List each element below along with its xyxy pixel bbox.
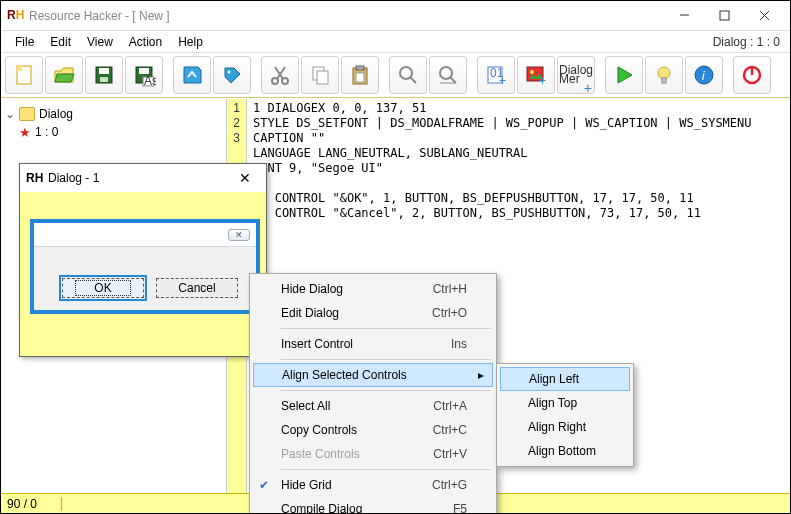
- menubar-status: Dialog : 1 : 0: [713, 35, 784, 49]
- titlebar: RH Resource Hacker - [ New ]: [1, 1, 790, 31]
- ctx-align-selected[interactable]: Align Selected Controls▸: [253, 363, 493, 387]
- svg-rect-7: [100, 77, 108, 82]
- svg-line-21: [410, 77, 416, 83]
- svg-rect-6: [99, 68, 109, 74]
- check-icon: ✔: [259, 478, 269, 492]
- tree-item[interactable]: ★ 1 : 0: [5, 123, 222, 141]
- svg-rect-16: [317, 71, 328, 84]
- replace-button[interactable]: [173, 56, 211, 94]
- menubar: File Edit View Action Help Dialog : 1 : …: [1, 31, 790, 53]
- tree-item-label: 1 : 0: [35, 125, 58, 139]
- svg-text:+: +: [539, 74, 546, 87]
- svg-rect-18: [356, 66, 364, 70]
- preview-dialog[interactable]: ✕ OK Cancel: [30, 219, 260, 314]
- dialog-preview-title: Dialog - 1: [48, 171, 230, 185]
- info-button[interactable]: i: [685, 56, 723, 94]
- preview-ok-button[interactable]: OK: [62, 278, 144, 298]
- svg-text:As: As: [144, 74, 156, 87]
- ctx-select-all[interactable]: Select AllCtrl+A: [253, 394, 493, 418]
- window-title: Resource Hacker - [ New ]: [29, 9, 664, 23]
- tree-node-dialog[interactable]: ⌄ Dialog: [5, 105, 222, 123]
- dialog-preview-window[interactable]: RH Dialog - 1 ✕ ✕ OK Cancel: [19, 163, 267, 357]
- add-binary-button[interactable]: 01+: [477, 56, 515, 94]
- dialog-preview-close-icon[interactable]: ✕: [230, 170, 260, 186]
- minimize-button[interactable]: [664, 2, 704, 30]
- bulb-button[interactable]: [645, 56, 683, 94]
- main-window: RH Resource Hacker - [ New ] File Edit V…: [0, 0, 791, 514]
- submenu-align-top[interactable]: Align Top: [500, 391, 630, 415]
- tree-root-label: Dialog: [39, 107, 73, 121]
- svg-point-31: [658, 67, 670, 79]
- power-button[interactable]: [733, 56, 771, 94]
- svg-rect-19: [356, 73, 364, 82]
- menu-view[interactable]: View: [79, 33, 121, 51]
- save-as-button[interactable]: As: [125, 56, 163, 94]
- context-menu: Hide DialogCtrl+H Edit DialogCtrl+O Inse…: [249, 273, 497, 514]
- find-button[interactable]: [389, 56, 427, 94]
- menu-action[interactable]: Action: [121, 33, 170, 51]
- line-number: 3: [227, 131, 246, 146]
- svg-text:+: +: [499, 74, 506, 87]
- ctx-copy-controls[interactable]: Copy ControlsCtrl+C: [253, 418, 493, 442]
- svg-line-23: [450, 77, 456, 83]
- app-logo-icon: RH: [26, 171, 42, 185]
- line-number: 2: [227, 116, 246, 131]
- svg-point-12: [228, 71, 231, 74]
- ctx-compile-dialog[interactable]: Compile DialogF5: [253, 497, 493, 514]
- submenu-align-right[interactable]: Align Right: [500, 415, 630, 439]
- svg-point-29: [530, 70, 534, 74]
- star-icon: ★: [19, 126, 31, 139]
- run-button[interactable]: [605, 56, 643, 94]
- app-logo-icon: RH: [7, 8, 23, 24]
- ctx-paste-controls: Paste ControlsCtrl+V: [253, 442, 493, 466]
- close-button[interactable]: [744, 2, 784, 30]
- ctx-hide-dialog[interactable]: Hide DialogCtrl+H: [253, 277, 493, 301]
- paste-button[interactable]: [341, 56, 379, 94]
- tag-button[interactable]: [213, 56, 251, 94]
- preview-cancel-button[interactable]: Cancel: [156, 278, 238, 298]
- menu-edit[interactable]: Edit: [42, 33, 79, 51]
- open-button[interactable]: [45, 56, 83, 94]
- align-submenu: Align Left Align Top Align Right Align B…: [496, 363, 634, 467]
- maximize-button[interactable]: [704, 2, 744, 30]
- svg-point-14: [282, 78, 288, 84]
- search-button[interactable]: [429, 56, 467, 94]
- ctx-hide-grid[interactable]: ✔Hide GridCtrl+G: [253, 473, 493, 497]
- submenu-align-left[interactable]: Align Left: [500, 367, 630, 391]
- svg-rect-32: [662, 78, 666, 83]
- ctx-insert-control[interactable]: Insert ControlIns: [253, 332, 493, 356]
- new-button[interactable]: [5, 56, 43, 94]
- menu-file[interactable]: File: [7, 33, 42, 51]
- submenu-align-bottom[interactable]: Align Bottom: [500, 439, 630, 463]
- folder-icon: [19, 107, 35, 121]
- tree-twisty-icon[interactable]: ⌄: [5, 107, 15, 121]
- line-number: 1: [227, 101, 246, 116]
- toolbar: As 01+ + DialogMer+ i: [1, 53, 790, 98]
- submenu-arrow-icon: ▸: [478, 368, 484, 382]
- dialog-menu-button[interactable]: DialogMer+: [557, 56, 595, 94]
- cut-button[interactable]: [261, 56, 299, 94]
- svg-text:i: i: [702, 69, 705, 83]
- save-button[interactable]: [85, 56, 123, 94]
- add-picture-button[interactable]: +: [517, 56, 555, 94]
- svg-rect-1: [720, 11, 729, 20]
- preview-close-icon[interactable]: ✕: [228, 229, 250, 241]
- copy-button[interactable]: [301, 56, 339, 94]
- status-position: 90 / 0: [7, 497, 37, 511]
- dialog-preview-titlebar[interactable]: RH Dialog - 1 ✕: [20, 164, 266, 192]
- svg-point-13: [272, 78, 278, 84]
- ctx-edit-dialog[interactable]: Edit DialogCtrl+O: [253, 301, 493, 325]
- menu-help[interactable]: Help: [170, 33, 211, 51]
